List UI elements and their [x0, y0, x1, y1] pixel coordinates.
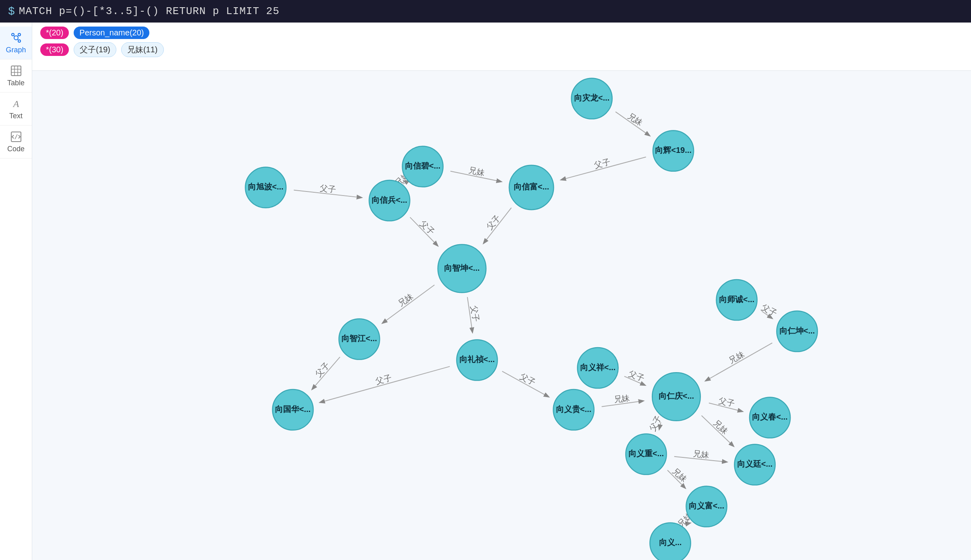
sidebar-code-label: Code: [7, 145, 25, 153]
svg-text:A: A: [12, 99, 19, 109]
query-prompt: $: [8, 5, 15, 18]
svg-line-14: [15, 134, 17, 139]
node[interactable]: 向义贵<...: [553, 389, 594, 430]
graph-area: 兄妹父子父子兄妹兄妹父子父子兄妹父子父子父子父子父子兄妹父子兄妹父子父子兄妹兄妹…: [32, 71, 971, 560]
edge-label: 兄妹: [626, 111, 645, 127]
node-label: 向义廷<...: [737, 459, 773, 468]
node-label: 向信富<...: [514, 182, 549, 191]
svg-rect-7: [11, 66, 21, 76]
edge-label: 父子: [760, 303, 779, 318]
filter-row-1: *(20) Person_name(20): [40, 27, 963, 39]
badge-xiongmei[interactable]: 兄妹(11): [121, 42, 164, 57]
node-label: 向智坤<...: [444, 264, 479, 272]
node-label: 向师诚<...: [719, 295, 754, 304]
sidebar-graph-label: Graph: [6, 46, 26, 54]
sidebar-item-graph[interactable]: Graph: [0, 27, 32, 60]
node-label: 向灾龙<...: [574, 93, 609, 102]
node[interactable]: 向义...: [650, 523, 690, 560]
node[interactable]: 向义祥<...: [577, 348, 618, 388]
edge-label: 父子: [485, 213, 502, 231]
svg-point-3: [18, 40, 21, 42]
node[interactable]: 向义春<...: [750, 397, 790, 438]
node[interactable]: 向智江<...: [339, 319, 380, 359]
node-label: 向仁坤<...: [779, 326, 815, 335]
node-label: 向礼祯<...: [459, 355, 495, 364]
sidebar-item-code[interactable]: Code: [0, 126, 32, 159]
node[interactable]: 向义富<...: [686, 486, 727, 527]
svg-point-2: [18, 33, 21, 36]
sidebar-item-table[interactable]: Table: [0, 60, 32, 93]
node[interactable]: 向礼祯<...: [457, 340, 497, 380]
edge-label: 父子: [593, 157, 611, 169]
sidebar: Graph Table A Text: [0, 23, 32, 560]
node-label: 向辉<19...: [655, 146, 692, 154]
node[interactable]: 向仁庆<...: [652, 373, 700, 421]
edge-label: 兄妹: [692, 449, 709, 459]
badge-person-name[interactable]: Person_name(20): [74, 27, 149, 39]
node[interactable]: 向义廷<...: [734, 444, 775, 485]
badge-fuzi[interactable]: 父子(19): [74, 42, 116, 57]
node[interactable]: 向义重<...: [626, 434, 666, 474]
node[interactable]: 向师诚<...: [716, 280, 757, 320]
node-label: 向义贵<...: [556, 405, 591, 414]
edge-label: 父子: [419, 219, 436, 236]
text-icon: A: [10, 97, 23, 110]
edge-label: 父子: [718, 396, 735, 408]
graph-svg[interactable]: 兄妹父子父子兄妹兄妹父子父子兄妹父子父子父子父子父子兄妹父子兄妹父子父子兄妹兄妹…: [32, 71, 971, 560]
node[interactable]: 向旭波<...: [245, 167, 286, 208]
node-label: 向旭波<...: [248, 182, 283, 191]
svg-point-1: [12, 33, 14, 36]
node[interactable]: 向仁坤<...: [777, 311, 817, 352]
badge-all-nodes[interactable]: *(20): [40, 27, 69, 39]
sidebar-table-label: Table: [7, 79, 25, 87]
node-label: 向国华<...: [275, 405, 310, 414]
node-label: 向义...: [659, 538, 682, 547]
sidebar-text-label: Text: [9, 112, 23, 120]
edge-label: 兄妹: [727, 350, 746, 365]
node-label: 向智江<...: [341, 334, 377, 343]
node-label: 向义祥<...: [580, 363, 616, 372]
edge-label: 父子: [320, 183, 337, 194]
node[interactable]: 向信富<...: [509, 165, 554, 210]
edge-label: 父子: [375, 373, 393, 386]
node-label: 向信碧<...: [405, 161, 440, 170]
edge-label: 兄妹: [712, 418, 730, 436]
code-icon: [10, 130, 23, 143]
node-label: 向义重<...: [628, 449, 664, 458]
table-icon: [10, 64, 23, 77]
node[interactable]: 向信兵<...: [369, 180, 410, 221]
edge-label: 父子: [314, 360, 331, 378]
edge: [706, 343, 772, 381]
node[interactable]: 向信碧<...: [402, 146, 443, 187]
edge-label: 兄妹: [613, 393, 630, 404]
filter-row-2: *(30) 父子(19) 兄妹(11): [40, 42, 963, 57]
query-text: MATCH p=()-[*3..5]-() RETURN p LIMIT 25: [19, 5, 280, 17]
node[interactable]: 向辉<19...: [653, 130, 694, 171]
query-bar: $ MATCH p=()-[*3..5]-() RETURN p LIMIT 2…: [0, 0, 971, 23]
node-label: 向仁庆<...: [659, 391, 694, 400]
badge-all-rels[interactable]: *(30): [40, 43, 69, 56]
edge-label: 父子: [519, 372, 537, 387]
edge-label: 兄妹: [397, 292, 415, 308]
edge-label: 父子: [469, 305, 481, 322]
node[interactable]: 向灾龙<...: [571, 78, 612, 119]
edge: [320, 366, 450, 402]
edge: [382, 285, 434, 323]
node-label: 向信兵<...: [372, 196, 407, 204]
node-label: 向义富<...: [689, 501, 724, 510]
edge-label: 父子: [627, 369, 645, 383]
node[interactable]: 向国华<...: [273, 389, 313, 430]
node-label: 向义春<...: [752, 412, 787, 421]
node[interactable]: 向智坤<...: [438, 245, 486, 293]
graph-icon: [10, 31, 23, 44]
sidebar-item-text[interactable]: A Text: [0, 93, 32, 126]
edge-label: 兄妹: [671, 467, 689, 484]
filter-bar: *(20) Person_name(20) *(30) 父子(19) 兄妹(11…: [32, 23, 971, 71]
